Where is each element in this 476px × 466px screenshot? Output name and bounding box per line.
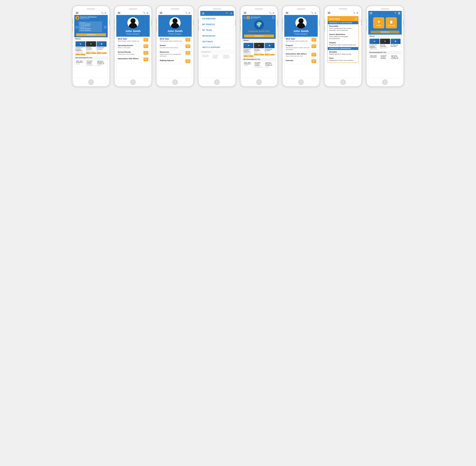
nav-item-dashboard[interactable]: DASHBOARD <box>200 16 234 22</box>
home-button[interactable] <box>172 79 178 85</box>
power-button[interactable] <box>109 20 109 26</box>
grid-icon[interactable]: ⊞ <box>357 12 358 14</box>
employee-satisfaction-banner[interactable]: 👤 Employee Satisfaction March 22, 2016 <box>74 15 108 21</box>
volume-down-button[interactable] <box>157 26 157 31</box>
volume-down-button[interactable] <box>282 26 283 31</box>
volume-up-button[interactable] <box>325 19 325 24</box>
home-button[interactable] <box>88 79 94 85</box>
search-icon[interactable]: 🔍 <box>226 12 228 14</box>
nav-item-resources[interactable]: RESOURCES <box>200 33 234 39</box>
article-view-btn-1[interactable]: VIEW <box>254 54 264 56</box>
more-info-btn-1[interactable]: MOREINFO <box>143 44 148 48</box>
view-details-button[interactable]: VIEW DETAILS <box>244 35 274 37</box>
more-info-btn-3[interactable]: MOREINFO <box>186 59 190 63</box>
view-details-button[interactable]: VIEW DETAILS <box>371 31 399 34</box>
volume-down-button[interactable] <box>72 26 73 31</box>
hamburger-menu-icon[interactable] <box>244 12 246 14</box>
grid-icon[interactable]: ⊞ <box>231 12 232 14</box>
menu-item-upcoming-events[interactable]: Upcoming Events What's on the radar? MOR… <box>116 43 150 50</box>
power-button[interactable] <box>151 20 151 26</box>
volume-up-button[interactable] <box>198 19 199 24</box>
volume-down-button[interactable] <box>367 26 367 31</box>
volume-up-button[interactable] <box>282 19 283 24</box>
hamburger-menu-icon[interactable] <box>76 12 78 14</box>
search-icon[interactable]: 🔍 <box>143 12 145 14</box>
volume-down-button[interactable] <box>325 26 325 31</box>
volume-up-button[interactable] <box>115 19 115 24</box>
menu-item-work-style[interactable]: Work Style Methodologies which motivate … <box>158 37 192 43</box>
more-info-btn-1[interactable]: MOREINFO <box>186 44 190 48</box>
article-view-btn-2[interactable]: VIEW <box>265 54 275 56</box>
home-button[interactable] <box>256 79 262 85</box>
volume-up-button[interactable] <box>367 19 367 24</box>
more-info-btn-2[interactable]: MOREINFO <box>312 53 316 57</box>
volume-up-button[interactable] <box>157 19 157 24</box>
resource-icon-teams[interactable]: ✦ TEAMS <box>373 17 384 28</box>
menu-item-helping-improve[interactable]: Helping Improve MOREINFO <box>158 58 192 64</box>
menu-item-interactions[interactable]: Interactions with Others MOREINFO <box>116 57 150 62</box>
modal-close-button[interactable]: ✕ <box>355 18 357 20</box>
volume-down-button[interactable] <box>115 26 115 31</box>
search-icon[interactable]: 🔍 <box>269 12 271 14</box>
hamburger-menu-icon[interactable] <box>286 12 288 14</box>
power-button[interactable] <box>319 20 319 26</box>
search-icon[interactable]: 🔍 <box>101 12 104 14</box>
hamburger-menu-icon[interactable] <box>160 12 162 14</box>
search-icon[interactable]: 🔍 <box>353 12 355 14</box>
search-icon[interactable]: 🔍 <box>311 12 313 14</box>
more-info-btn-3[interactable]: MOREINFO <box>143 58 148 61</box>
nav-item-help[interactable]: HELP & SUPPORT <box>200 45 234 50</box>
carousel-next[interactable]: › <box>272 16 275 19</box>
more-info-btn-0[interactable]: MOREINFO <box>143 38 148 41</box>
hamburger-menu-icon[interactable] <box>118 12 120 14</box>
nav-item-my-profile[interactable]: MY PROFILE <box>200 22 234 27</box>
menu-item-projects[interactable]: Projects See recent projects in which Jo… <box>284 43 318 52</box>
volume-up-button[interactable] <box>72 19 73 24</box>
more-info-btn-0[interactable]: MOREINFO <box>312 38 316 41</box>
more-info-btn-2[interactable]: MOREINFO <box>186 51 190 55</box>
menu-item-work-style[interactable]: Work Style Methodologies which motivate … <box>284 37 318 43</box>
volume-down-button[interactable] <box>241 26 241 31</box>
grid-icon[interactable]: ⊞ <box>273 12 274 14</box>
view-details-button[interactable]: VIEW DETAILS <box>76 33 106 36</box>
carousel-next[interactable]: › <box>104 26 106 28</box>
home-button[interactable] <box>214 79 220 85</box>
article-view-btn-1[interactable]: VIEW <box>86 52 96 54</box>
menu-item-resources[interactable]: Resources Helpful resources for manageme… <box>158 50 192 58</box>
more-info-btn-0[interactable]: MOREINFO <box>186 38 190 41</box>
grid-icon[interactable]: ⊞ <box>314 12 316 14</box>
menu-item-interests[interactable]: Interests MOREINFO <box>284 58 318 64</box>
power-button[interactable] <box>403 20 404 26</box>
carousel-prev[interactable]: ‹ <box>244 16 246 19</box>
more-info-btn-2[interactable]: MOREINFO <box>143 51 148 55</box>
article-view-btn-2[interactable]: VIEW <box>97 52 106 54</box>
grid-icon[interactable]: ⊞ <box>104 12 106 14</box>
power-button[interactable] <box>235 20 235 26</box>
home-button[interactable] <box>298 79 304 85</box>
volume-down-button[interactable] <box>198 26 199 31</box>
search-icon[interactable]: 🔍 <box>395 12 397 14</box>
home-button[interactable] <box>382 79 388 85</box>
more-info-btn-3[interactable]: MOREINFO <box>312 59 316 63</box>
grid-icon[interactable]: ⊞ <box>147 12 148 14</box>
carousel-prev[interactable]: ‹ <box>75 26 78 28</box>
power-button[interactable] <box>361 20 361 26</box>
menu-item-work-style[interactable]: Work Style Methodologies which motivate … <box>116 37 150 43</box>
grid-icon[interactable]: ⊞ <box>398 12 400 15</box>
menu-item-interactions[interactable]: Interactions with Others How to best wor… <box>284 52 318 58</box>
hamburger-menu-icon[interactable] <box>370 12 372 14</box>
nav-item-settings[interactable]: SETTINGS <box>200 39 234 45</box>
resource-icon-forgood[interactable]: 📋 FOR GOOD <box>386 17 397 28</box>
home-button[interactable] <box>340 79 346 85</box>
article-view-btn-0[interactable]: VIEW <box>244 55 253 57</box>
grid-icon[interactable]: ⊞ <box>189 12 190 14</box>
hamburger-menu-icon[interactable] <box>202 12 204 14</box>
menu-item-events[interactable]: Events See what John's been doing! MOREI… <box>158 43 192 50</box>
menu-item-survey-results[interactable]: Survey Results Review your survey histor… <box>116 50 150 57</box>
hamburger-menu-icon[interactable] <box>328 12 330 14</box>
power-button[interactable] <box>193 20 194 26</box>
home-button[interactable] <box>130 79 136 85</box>
volume-up-button[interactable] <box>241 19 241 24</box>
nav-item-my-team[interactable]: MY TEAM <box>200 27 234 33</box>
article-view-btn-0[interactable]: VIEW <box>75 54 85 55</box>
